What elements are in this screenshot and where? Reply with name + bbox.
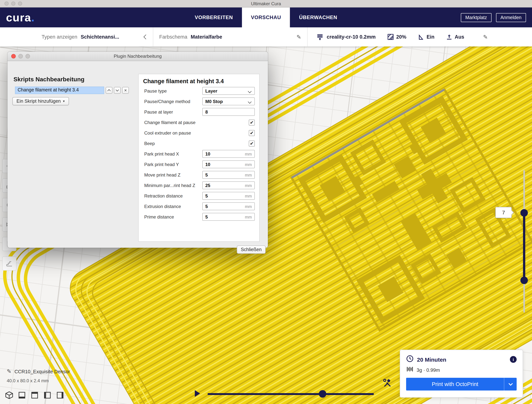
move-script-up-button[interactable]: [106, 87, 112, 94]
chevron-up-icon: [108, 89, 111, 92]
dropdown-caret-icon: ▾: [63, 99, 65, 103]
print-button[interactable]: Print with OctoPrint: [406, 378, 517, 391]
support-value: Ein: [426, 34, 434, 40]
view-top-icon[interactable]: [31, 391, 38, 399]
field-label: Cool extruder on pause: [143, 130, 249, 135]
field-label: Pause/Change method: [143, 99, 202, 104]
view-type-group[interactable]: Typen anzeigen Schichtenansi...: [42, 27, 153, 46]
header-tabs: VORBEREITENVORSCHAUÜBERWACHEN: [186, 7, 346, 27]
form-row: Extrusion distance5mm: [143, 202, 255, 211]
layer-slider-range[interactable]: [523, 213, 525, 280]
infill-setting[interactable]: 20%: [387, 34, 406, 40]
form-row: Park print head X10mm: [143, 149, 255, 158]
camera-view-presets: [5, 391, 64, 399]
color-scheme-group[interactable]: Farbschema Materialfarbe ✎: [153, 27, 307, 46]
view-right-icon[interactable]: [56, 391, 64, 399]
form-row: Pause typeLayer: [143, 87, 255, 95]
layer-slider-upper-handle[interactable]: [520, 209, 528, 217]
field-label: Beep: [143, 141, 249, 146]
print-settings-group[interactable]: creality-cr-10 0.2mm 20% Ein Aus ✎: [308, 27, 532, 46]
window-minimize-button[interactable]: [11, 1, 15, 6]
script-list-item-selected[interactable]: Change filament at height 3.4: [15, 87, 104, 94]
move-script-down-button[interactable]: [114, 87, 121, 94]
printer-profile[interactable]: creality-cr-10 0.2mm: [327, 34, 376, 40]
field-select[interactable]: Layer: [202, 87, 255, 95]
unit-label: mm: [245, 162, 252, 167]
field-label: Retraction distance: [143, 193, 202, 199]
dialog-close-action-button[interactable]: Schließen: [237, 245, 266, 254]
field-label: Pause at layer: [143, 109, 202, 115]
view-left-icon[interactable]: [44, 391, 51, 399]
color-scheme-label: Farbschema: [159, 34, 187, 40]
window-close-button[interactable]: [5, 1, 9, 6]
field-checkbox[interactable]: ✔: [249, 130, 255, 136]
print-button-label[interactable]: Print with OctoPrint: [406, 378, 504, 391]
marketplace-button[interactable]: Marktplatz: [461, 13, 491, 22]
collapse-left-icon[interactable]: [144, 34, 148, 39]
dialog-titlebar[interactable]: Plugin Nachbearbeitung: [7, 52, 268, 61]
view-3d-icon[interactable]: [5, 391, 13, 399]
form-row: Minimum par...rint head Z25mm: [143, 181, 255, 190]
timeline-slider-track[interactable]: [208, 393, 374, 395]
form-row: Change filament at pause✔: [143, 118, 255, 127]
view-front-icon[interactable]: [18, 391, 26, 399]
clock-icon: [406, 355, 414, 364]
form-row: Move print head Z5mm: [143, 171, 255, 179]
support-blocker-button[interactable]: [2, 256, 17, 271]
infill-icon: [387, 34, 393, 40]
signin-button[interactable]: Anmelden: [496, 13, 526, 22]
field-input[interactable]: 25mm: [202, 181, 255, 189]
form-row: Pause/Change methodM0 Stop: [143, 97, 255, 106]
field-input[interactable]: 8: [202, 108, 255, 116]
model-info: ✎ CCR10_Exquisite Densor 40.0 x 80.0 x 2…: [7, 368, 70, 383]
print-options-dropdown[interactable]: [504, 378, 517, 391]
form-row: Prime distance5mm: [143, 212, 255, 221]
play-button[interactable]: [195, 390, 200, 397]
info-icon[interactable]: i: [510, 356, 517, 363]
window-zoom-button[interactable]: [18, 1, 22, 6]
field-input[interactable]: 5mm: [202, 192, 255, 200]
field-checkbox[interactable]: ✔: [249, 119, 255, 125]
chevron-down-icon: [116, 88, 119, 91]
edit-colorscheme-icon[interactable]: ✎: [297, 33, 301, 40]
field-input[interactable]: 5mm: [202, 213, 255, 221]
script-form: Pause typeLayerPause/Change methodM0 Sto…: [143, 87, 255, 221]
layer-number-flag: 7: [495, 207, 512, 218]
tab-überwachen[interactable]: ÜBERWACHEN: [290, 7, 346, 27]
field-select[interactable]: M0 Stop: [202, 97, 255, 105]
field-label: Park print head X: [143, 151, 202, 156]
app-header: cura. VORBEREITENVORSCHAUÜBERWACHEN Mark…: [0, 7, 532, 27]
field-label: Change filament at pause: [143, 120, 249, 125]
color-scheme-value[interactable]: Materialfarbe: [191, 34, 222, 40]
field-input[interactable]: 5mm: [202, 171, 255, 179]
remove-script-button[interactable]: ×: [122, 87, 129, 94]
rename-model-icon[interactable]: ✎: [7, 368, 12, 375]
edit-print-settings-icon[interactable]: ✎: [483, 33, 488, 40]
field-label: Minimum par...rint head Z: [143, 183, 202, 188]
field-input[interactable]: 10mm: [202, 160, 255, 168]
tools-icon[interactable]: [383, 378, 392, 389]
model-name[interactable]: CCR10_Exquisite Densor: [14, 369, 70, 374]
view-type-value[interactable]: Schichtenansi...: [81, 34, 119, 40]
unit-label: mm: [245, 193, 252, 198]
field-checkbox[interactable]: ✔: [249, 140, 255, 146]
post-processing-dialog: Plugin Nachbearbeitung Skripts Nachbearb…: [7, 52, 268, 248]
field-label: Park print head Y: [143, 162, 202, 167]
unit-label: mm: [245, 173, 252, 177]
field-label: Pause type: [143, 88, 202, 94]
material-usage: 3g · 0.99m: [417, 367, 440, 373]
view-type-label: Typen anzeigen: [42, 34, 77, 40]
support-setting[interactable]: Ein: [418, 34, 434, 40]
add-script-button[interactable]: Ein Skript hinzufügen▾: [12, 97, 69, 105]
field-input[interactable]: 10mm: [202, 150, 255, 158]
tab-vorschau[interactable]: VORSCHAU: [242, 7, 290, 27]
timeline-slider-handle[interactable]: [319, 390, 326, 398]
dialog-close-button[interactable]: [11, 54, 16, 58]
form-row: Beep✔: [143, 139, 255, 148]
tab-vorbereiten[interactable]: VORBEREITEN: [186, 7, 242, 27]
field-input[interactable]: 5mm: [202, 202, 255, 210]
unit-label: mm: [245, 204, 252, 209]
adhesion-setting[interactable]: Aus: [446, 34, 464, 40]
layer-slider-lower-handle[interactable]: [520, 276, 528, 284]
form-row: Retraction distance5mm: [143, 192, 255, 200]
